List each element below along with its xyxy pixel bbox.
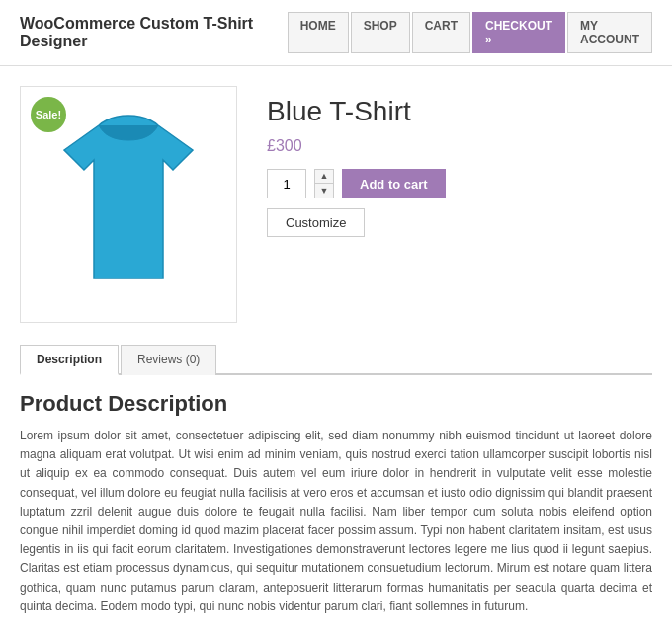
description-section: Product Description Lorem ipsum dolor si… [20, 391, 652, 635]
tab-reviews[interactable]: Reviews (0) [121, 345, 216, 375]
nav: HOME SHOP CART CHECKOUT » MY ACCOUNT [288, 12, 652, 53]
add-to-cart-button[interactable]: Add to cart [342, 169, 446, 198]
product-price: £300 [267, 137, 652, 155]
quantity-area: ▲ ▼ Add to cart [267, 169, 652, 198]
quantity-up-button[interactable]: ▲ [315, 170, 333, 184]
nav-item-checkout[interactable]: CHECKOUT » [472, 12, 565, 53]
quantity-input[interactable] [267, 169, 306, 198]
nav-item-shop[interactable]: SHOP [351, 12, 410, 53]
quantity-arrows: ▲ ▼ [314, 169, 334, 198]
nav-item-myaccount[interactable]: MY ACCOUNT [567, 12, 652, 53]
product-image [40, 106, 217, 303]
header: WooCommerce Custom T-Shirt Designer HOME… [0, 0, 672, 66]
sale-badge: Sale! [31, 97, 66, 132]
product-tabs: Description Reviews (0) [20, 343, 652, 375]
product-area: Sale! Blue T-Shirt £300 ▲ ▼ Add to cart [20, 86, 652, 323]
description-text: Lorem ipsum dolor sit amet, consectetuer… [20, 427, 652, 616]
site-title: WooCommerce Custom T-Shirt Designer [20, 15, 288, 50]
main-content: Sale! Blue T-Shirt £300 ▲ ▼ Add to cart [0, 66, 672, 635]
customize-button[interactable]: Customize [267, 208, 365, 237]
product-details: Blue T-Shirt £300 ▲ ▼ Add to cart Custom… [267, 86, 652, 323]
description-title: Product Description [20, 391, 652, 417]
tab-description[interactable]: Description [20, 345, 119, 375]
product-image-wrap: Sale! [20, 86, 237, 323]
nav-item-home[interactable]: HOME [288, 12, 349, 53]
quantity-down-button[interactable]: ▼ [315, 184, 333, 198]
nav-item-cart[interactable]: CART [412, 12, 470, 53]
product-title: Blue T-Shirt [267, 96, 652, 127]
